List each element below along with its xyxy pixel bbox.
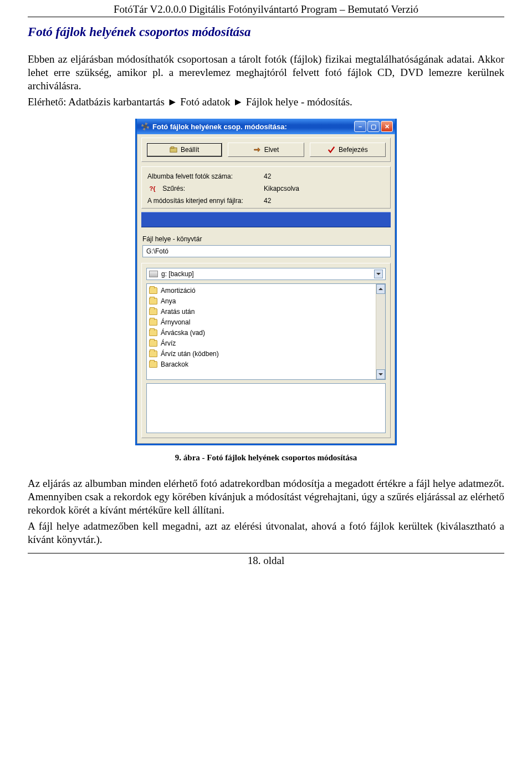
folder-icon	[149, 329, 157, 336]
photo-count-value: 42	[264, 172, 385, 180]
footer-divider	[28, 553, 504, 553]
chevron-down-icon[interactable]	[374, 270, 383, 278]
scrollbar[interactable]	[376, 284, 385, 379]
folder-item[interactable]: Barackok	[149, 359, 373, 369]
page-header: FotóTár V2.0.0.0 Digitális Fotónyilvánta…	[28, 3, 504, 16]
folder-icon	[149, 287, 157, 294]
app-icon	[141, 123, 149, 130]
info-panel: Albumba felvett fotók száma: 42 ?{ Szűré…	[141, 166, 391, 209]
drive-browser-panel: g: [backup] AmortizációAnyaAratás utánÁr…	[141, 263, 391, 438]
discard-button[interactable]: Elvet	[228, 143, 304, 157]
folder-icon	[149, 340, 157, 347]
checkmark-icon	[328, 146, 335, 154]
folder-item[interactable]: Árvácska (vad)	[149, 327, 373, 338]
finish-button-label: Befejezés	[339, 146, 368, 154]
discard-icon	[253, 146, 261, 154]
folder-item[interactable]: Árvíz után (ködben)	[149, 348, 373, 359]
folder-item[interactable]: Aratás után	[149, 306, 373, 317]
header-divider	[28, 17, 504, 17]
folder-icon	[149, 351, 157, 357]
folder-item-label: Árvíz	[161, 339, 176, 347]
modify-count-label: A módosítás kiterjed ennyi fájlra:	[147, 197, 264, 205]
photo-count-label: Albumba felvett fotók száma:	[147, 172, 264, 180]
filter-label: ?{ Szűrés:	[147, 185, 264, 192]
path-input[interactable]	[142, 245, 391, 257]
toolbar: Beállít Elvet Befejezés	[141, 138, 391, 162]
figure-caption: 9. ábra - Fotó fájlok helyének csoportos…	[28, 453, 504, 463]
folder-item-label: Árnyvonal	[161, 318, 190, 326]
maximize-button[interactable]: ▢	[367, 121, 380, 132]
apply-icon	[170, 146, 177, 154]
drive-select-value: g: [backup]	[161, 270, 194, 278]
drive-select[interactable]: g: [backup]	[146, 268, 386, 280]
section-title: Fotó fájlok helyének csoportos módosítás…	[28, 25, 504, 39]
dialog-window: Fotó fájlok helyének csop. módosítása: –…	[135, 119, 397, 445]
folder-icon	[149, 319, 157, 326]
file-list[interactable]	[146, 383, 386, 433]
minimize-button[interactable]: –	[354, 121, 366, 132]
intro-paragraph-1: Ebben az eljárásban módosíthatók csoport…	[28, 53, 504, 92]
folder-item-label: Árvácska (vad)	[161, 329, 205, 337]
drive-icon	[149, 271, 158, 277]
selection-bar[interactable]	[141, 212, 391, 227]
folder-item-label: Árvíz után (ködben)	[161, 350, 219, 358]
folder-item[interactable]: Amortizáció	[149, 285, 373, 296]
titlebar[interactable]: Fotó fájlok helyének csop. módosítása: –…	[137, 119, 395, 134]
folder-icon	[149, 308, 157, 315]
folder-item-label: Anya	[161, 297, 176, 305]
set-button[interactable]: Beállít	[146, 143, 222, 157]
scroll-down-button[interactable]	[376, 369, 385, 379]
intro-paragraph-2: Elérhető: Adatbázis karbantartás ► Fotó …	[28, 95, 504, 109]
discard-button-label: Elvet	[264, 146, 279, 154]
outro-paragraph-1: Az eljárás az albumban minden elérhető f…	[28, 477, 504, 516]
filter-value: Kikapcsolva	[264, 185, 385, 192]
path-label: Fájl helye - könyvtár	[142, 235, 390, 243]
folder-item-label: Aratás után	[161, 308, 195, 316]
folder-list[interactable]: AmortizációAnyaAratás utánÁrnyvonalÁrvác…	[146, 283, 386, 380]
folder-item[interactable]: Árnyvonal	[149, 317, 373, 327]
page-number: 18. oldal	[28, 555, 504, 567]
folder-item-label: Amortizáció	[161, 287, 196, 294]
scroll-up-button[interactable]	[376, 284, 385, 294]
folder-item[interactable]: Árvíz	[149, 338, 373, 348]
filter-icon: ?{	[147, 185, 157, 192]
window-title: Fotó fájlok helyének csop. módosítása:	[152, 123, 351, 131]
outro-paragraph-2: A fájl helye adatmezőben kell megadni, a…	[28, 520, 504, 546]
modify-count-value: 42	[264, 197, 385, 205]
folder-icon	[149, 361, 157, 368]
set-button-label: Beállít	[181, 146, 199, 154]
svg-rect-1	[171, 147, 174, 149]
folder-item[interactable]: Anya	[149, 296, 373, 306]
close-button[interactable]: ✕	[381, 121, 393, 132]
folder-icon	[149, 298, 157, 304]
folder-item-label: Barackok	[161, 360, 188, 368]
finish-button[interactable]: Befejezés	[310, 143, 386, 157]
